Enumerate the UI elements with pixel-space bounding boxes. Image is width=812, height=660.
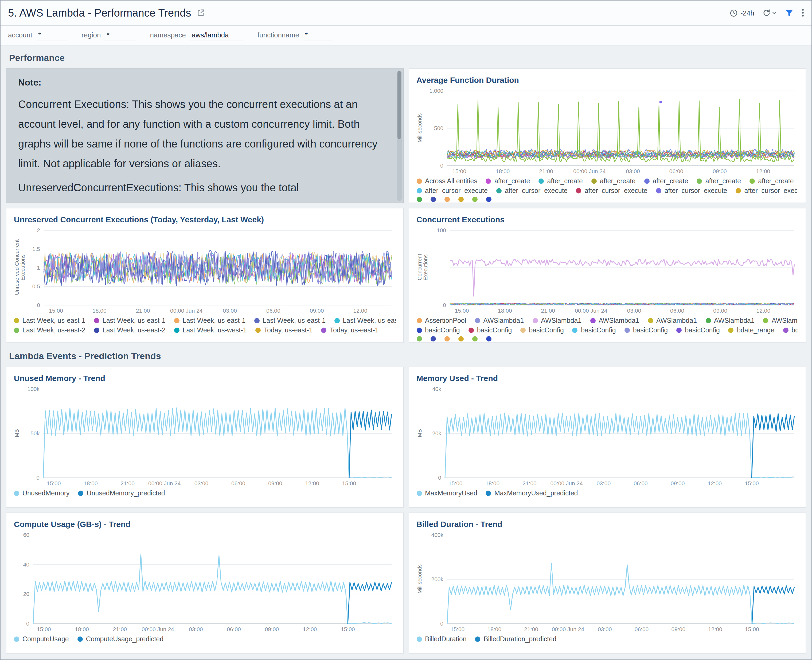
legend-item[interactable]: Last Week, us-west-1 — [174, 327, 247, 334]
legend-item[interactable]: after_create — [697, 178, 741, 185]
legend-item[interactable] — [416, 336, 422, 341]
legend-item[interactable]: Last Week, us-east-1 — [174, 317, 246, 324]
legend-item[interactable]: basicConfig — [625, 327, 668, 334]
legend-item[interactable] — [444, 336, 450, 341]
legend-item[interactable]: Last Week, us-east-1 — [94, 317, 166, 324]
legend-item[interactable]: MaxMemoryUsed_predicted — [486, 490, 578, 497]
legend-item[interactable]: basicConfig — [572, 327, 616, 334]
legend-item[interactable]: basicConfig — [416, 327, 460, 334]
legend-item[interactable]: Today, us-east-1 — [255, 327, 312, 334]
legend-item[interactable] — [430, 197, 436, 202]
legend-item[interactable]: after_create — [486, 178, 530, 185]
compute-usage-trend-chart[interactable]: 604020015:0018:0021:0000:00 Jun 2403:000… — [14, 532, 396, 633]
legend-item[interactable]: Last Week, us-east-2 — [94, 327, 166, 334]
svg-text:0: 0 — [443, 302, 446, 308]
legend-label: basicConfig — [685, 327, 720, 334]
legend-item[interactable]: after_cursor_execute — [576, 187, 647, 195]
legend-item[interactable]: UnusedMemory_predicted — [78, 490, 165, 497]
svg-text:200k: 200k — [431, 576, 443, 582]
filter-functionname: functionname — [258, 30, 333, 41]
svg-text:400k: 400k — [431, 532, 443, 538]
legend-item[interactable]: Today, us-east-1 — [321, 327, 378, 334]
note-scrollbar-thumb[interactable] — [397, 71, 401, 139]
legend-item[interactable]: AWSlambda1 — [763, 317, 798, 324]
concurrent-executions-chart[interactable]: ConcurrentExecutions100015:0018:0021:000… — [416, 227, 798, 315]
legend-item[interactable]: AWSlambda1 — [532, 317, 581, 324]
legend-item[interactable] — [472, 336, 477, 341]
refresh-button[interactable] — [762, 8, 777, 17]
legend-item[interactable] — [486, 336, 491, 341]
legend-item[interactable]: after_create — [538, 178, 582, 185]
legend-item[interactable]: Last Week, us-east-1 — [254, 317, 326, 324]
legend-item[interactable]: basicConfig — [676, 327, 720, 334]
avg-function-duration-legend: Across All entitiesafter_createafter_cre… — [416, 178, 798, 202]
legend-item[interactable] — [416, 197, 422, 202]
legend-label: after_create — [494, 178, 530, 185]
legend-item[interactable]: after_cursor_execute — [656, 187, 727, 195]
account-filter-input[interactable] — [36, 30, 66, 41]
legend-item[interactable]: after_create — [750, 178, 793, 185]
svg-text:06:00: 06:00 — [227, 626, 241, 632]
legend-item[interactable]: MaxMemoryUsed — [416, 490, 477, 497]
billed-duration-trend-chart[interactable]: Milliseconds400k200k015:0018:0021:0000:0… — [416, 532, 798, 633]
note-scrollbar[interactable] — [397, 71, 402, 201]
open-in-new-icon[interactable] — [196, 8, 205, 17]
namespace-filter-input[interactable] — [190, 30, 242, 41]
svg-text:0.5: 0.5 — [32, 283, 40, 289]
legend-item[interactable]: UnusedMemory — [14, 490, 70, 497]
svg-text:09:00: 09:00 — [713, 308, 727, 314]
filter-button[interactable] — [785, 8, 794, 17]
legend-item[interactable]: bdate_range — [783, 327, 798, 334]
legend-item[interactable]: after_create — [644, 178, 688, 185]
legend-item[interactable]: AWSlambda1 — [648, 317, 697, 324]
legend-item[interactable]: bdate_range — [728, 327, 774, 334]
legend-item[interactable] — [444, 197, 450, 202]
legend-dot — [728, 328, 734, 333]
memory-used-trend-chart[interactable]: MB40k20k015:0018:0021:0000:00 Jun 2403:0… — [416, 386, 798, 487]
legend-item[interactable]: Last Week, us-east-2 — [14, 327, 85, 334]
svg-text:0: 0 — [37, 302, 40, 308]
legend-item[interactable]: BilledDuration_predicted — [475, 635, 556, 643]
svg-text:15:00: 15:00 — [49, 308, 63, 314]
legend-item[interactable]: Last Week, us-east-1 — [14, 317, 85, 324]
unreserved-concurrent-executions-chart[interactable]: Unreserved ConcurrentExecutions21.510.50… — [14, 227, 396, 315]
svg-text:15:00: 15:00 — [37, 626, 51, 632]
clock-icon — [730, 9, 738, 17]
kebab-menu-button[interactable] — [802, 8, 804, 17]
legend-item[interactable]: basicConfig — [520, 327, 564, 334]
region-filter-input[interactable] — [105, 30, 135, 41]
kebab-icon — [802, 8, 804, 17]
legend-item[interactable]: Across All entities — [416, 178, 477, 185]
legend-item[interactable]: after_create — [591, 178, 635, 185]
legend-item[interactable]: AWSlambda1 — [590, 317, 639, 324]
legend-item[interactable]: ComputeUsage_predicted — [78, 635, 163, 643]
legend-dot — [472, 197, 477, 202]
legend-item[interactable] — [472, 197, 477, 202]
legend-item[interactable]: Last Week, us-east-2 — [334, 317, 396, 324]
legend-item[interactable]: after_cursor_execute — [416, 187, 488, 195]
legend-item[interactable]: after_cursor_execute — [496, 187, 568, 195]
legend-label: bdate_range — [791, 327, 798, 334]
legend-item[interactable]: AWSlambda1 — [706, 317, 755, 324]
legend-item[interactable] — [486, 197, 491, 202]
legend-dot — [648, 318, 653, 323]
legend-item[interactable]: BilledDuration — [416, 635, 467, 643]
functionname-filter-input[interactable] — [304, 30, 333, 41]
legend-dot — [458, 197, 464, 202]
filter-account: account — [8, 30, 66, 41]
unused-memory-trend-chart[interactable]: MB100k50k015:0018:0021:0000:00 Jun 2403:… — [14, 386, 396, 487]
legend-item[interactable] — [430, 336, 436, 341]
legend-item[interactable] — [458, 336, 464, 341]
legend-item[interactable]: ComputeUsage — [14, 635, 69, 643]
legend-item[interactable]: after_cursor_execute — [736, 187, 798, 195]
avg-function-duration-chart[interactable]: Milliseconds1,000500015:0018:0021:0000:0… — [416, 88, 798, 175]
time-range-button[interactable]: -24h — [730, 9, 754, 17]
legend-dot — [334, 318, 339, 323]
legend-label: MaxMemoryUsed — [425, 490, 477, 497]
page-title: 5. AWS Lambda - Performance Trends — [8, 7, 191, 19]
legend-item[interactable] — [458, 197, 464, 202]
legend-item[interactable]: AWSlambda1 — [475, 317, 524, 324]
legend-item[interactable]: basicConfig — [469, 327, 512, 334]
legend-item[interactable]: AssertionPool — [416, 317, 466, 324]
legend-dot — [496, 188, 502, 194]
